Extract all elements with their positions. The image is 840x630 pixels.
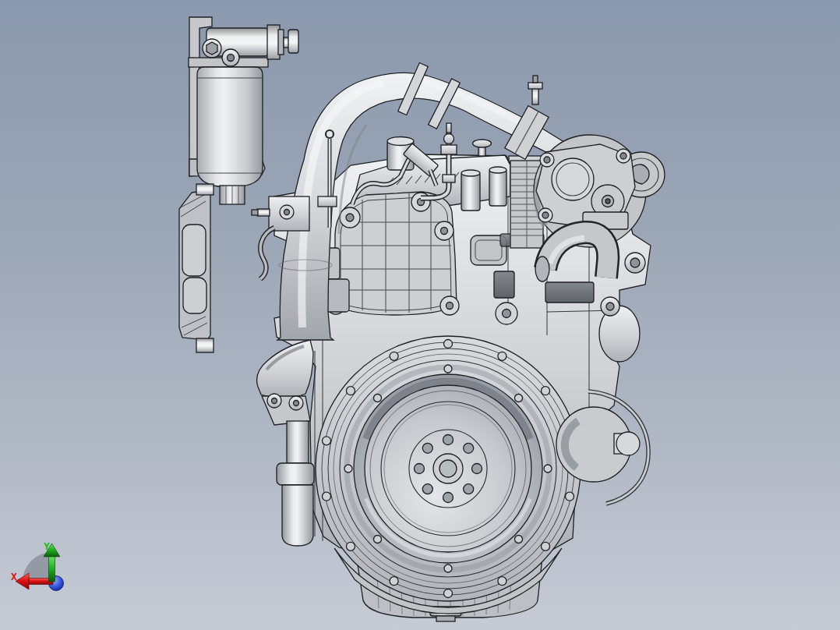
water-outlet-body[interactable] (257, 340, 313, 398)
bolt-hole (443, 493, 454, 503)
bolt-hole (444, 589, 453, 598)
water-outlet-cone[interactable] (257, 340, 313, 425)
turbo-fitting-tip (533, 76, 538, 83)
turbo-fitting-tee (528, 83, 542, 89)
side-cover-plate[interactable] (179, 184, 214, 352)
pipe-bulb (444, 134, 454, 144)
bolt-hole (374, 395, 382, 402)
fuel-filter-assembly[interactable] (189, 17, 298, 204)
wastegate-lever (633, 165, 649, 184)
bolt-hole (542, 212, 549, 218)
bolt-hole (542, 387, 550, 395)
bolt-hole (390, 352, 398, 360)
bolt-hole (472, 464, 482, 474)
banjo-bolt-hex (206, 42, 217, 55)
bolt-hole (498, 577, 506, 586)
breather-cap (473, 140, 492, 147)
filter-collar (277, 463, 314, 485)
bolt-hole (323, 492, 331, 501)
actuator-bolt (605, 199, 610, 204)
bolt-hole (542, 542, 550, 550)
oil-filter-cylinder[interactable] (277, 421, 314, 546)
fitting-pin-tip (252, 210, 258, 215)
pipe-tip (446, 123, 451, 133)
x-axis-label: X (11, 571, 17, 582)
washer (278, 30, 284, 55)
bolt-hole (630, 258, 640, 267)
starter-nose (616, 432, 640, 455)
y-axis-shaft[interactable] (49, 556, 55, 582)
bolt-hole (503, 310, 511, 318)
flywheel[interactable] (365, 385, 531, 552)
bolt-hole (374, 536, 382, 543)
bolt-hole (544, 465, 552, 472)
cover-pad (182, 225, 206, 276)
end-knob (288, 30, 298, 53)
block-recess (494, 271, 514, 298)
bolt-hole (323, 437, 331, 445)
bolt-hole (422, 484, 432, 494)
intake-stub-top (387, 137, 414, 146)
dipstick-clamp (318, 196, 337, 207)
bolt-hole (620, 153, 626, 159)
turbo-fitting-stem (532, 87, 538, 104)
y-axis-label: Y (44, 540, 50, 552)
filter-canister[interactable] (197, 67, 263, 187)
bolt-hole (444, 365, 452, 373)
filter-stub (287, 421, 309, 463)
bolt-hole (606, 303, 614, 310)
bolt-hole (566, 492, 574, 501)
crankshaft-center-hole (439, 460, 457, 477)
bolt-hole (443, 435, 454, 445)
bolt-hole (272, 398, 277, 404)
injector-boss-top (489, 167, 506, 173)
bolt-hole (515, 536, 523, 543)
bolt-hole (515, 395, 523, 402)
cover-bottom-boss (196, 338, 214, 352)
pipe-nut (443, 175, 455, 182)
fitting-pin (257, 209, 270, 216)
bolt-hole (444, 565, 452, 572)
bolt-hole (464, 484, 474, 494)
filter-can[interactable] (282, 485, 313, 546)
engine-3d-model[interactable]: X Y (0, 0, 840, 630)
bolt-hole (347, 542, 355, 550)
bolt-hole (415, 464, 425, 474)
cad-3d-viewport[interactable]: X Y (0, 0, 840, 630)
cover-pad (183, 278, 206, 313)
bolt-hole (498, 352, 506, 360)
bolt-hole (390, 577, 398, 586)
bolt-hole (347, 387, 355, 395)
bolt-hole (464, 443, 474, 453)
bolt-hole (422, 443, 432, 453)
bolt-hole (284, 210, 290, 215)
compressor-inlet-port (552, 158, 594, 200)
bolt-hole (344, 465, 352, 472)
x-axis-arrowhead[interactable] (16, 573, 29, 589)
injector-boss (461, 173, 480, 211)
cover-top-boss (196, 184, 214, 195)
downpipe-end-flange (535, 257, 549, 281)
orientation-triad[interactable]: X Y (11, 540, 64, 591)
canister-bottom-fitting (220, 186, 245, 204)
injector-boss-top (461, 170, 480, 176)
pipe-hex-fitting (441, 145, 457, 154)
bolt-hole (228, 55, 235, 62)
bolt-hole (544, 157, 550, 163)
block-recess (545, 282, 594, 303)
bolt-hole (444, 340, 453, 349)
injector-boss (489, 170, 506, 206)
bolt-hole (294, 401, 299, 406)
drain-plug-tip (436, 616, 455, 621)
